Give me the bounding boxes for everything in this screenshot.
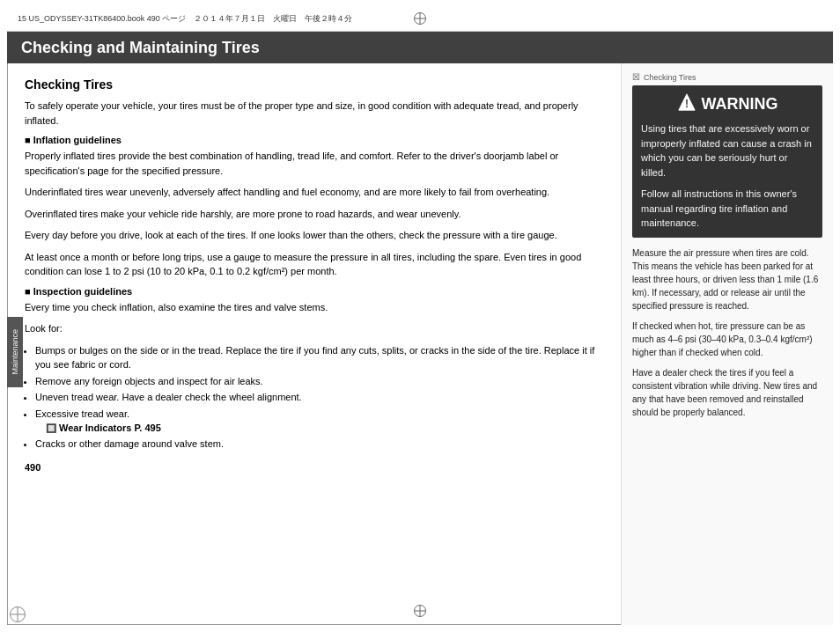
page-number: 490	[25, 462, 607, 473]
header-title-bar: Checking and Maintaining Tires	[7, 32, 833, 63]
warning-label-text: WARNING	[702, 95, 778, 114]
bullet-1: Bumps or bulges on the side or in the tr…	[35, 343, 607, 372]
right-info-text3: Have a dealer check the tires if you fee…	[632, 366, 822, 419]
right-col-heading-text: Checking Tires	[644, 73, 696, 82]
inspection-intro: Every time you check inflation, also exa…	[25, 300, 607, 315]
svg-text:!: !	[685, 98, 689, 110]
bullet-4: Excessive tread wear.	[35, 407, 607, 422]
warning-text1: Using tires that are excessively worn or…	[641, 121, 814, 180]
sidebar-maintenance-tab: Maintenance	[7, 317, 23, 387]
wear-indicator-ref: 🔲 Wear Indicators P. 495	[46, 423, 607, 433]
wear-indicator-text: Wear Indicators P. 495	[59, 423, 161, 433]
right-info-text1: Measure the air pressure when tires are …	[632, 246, 822, 312]
left-column: Checking Tires To safely operate your ve…	[7, 63, 622, 625]
bullet-3: Uneven tread wear. Have a dealer check t…	[35, 390, 607, 405]
last-bullet-list: Cracks or other damage around valve stem…	[35, 437, 607, 452]
header-title-text: Checking and Maintaining Tires	[21, 39, 260, 57]
crosshair-icon-top	[414, 12, 426, 25]
intro-text: To safely operate your vehicle, your tir…	[25, 99, 607, 128]
inspection-subtitle: Inspection guidelines	[25, 286, 607, 297]
bullet-5: Cracks or other damage around valve stem…	[35, 437, 607, 452]
right-column: Checking Tires ! WARNING Using tires tha…	[622, 63, 833, 625]
inflation-text5: At least once a month or before long tri…	[25, 250, 607, 279]
sidebar-tab-label: Maintenance	[11, 329, 19, 375]
top-center-decoration	[414, 12, 426, 27]
inflation-text4: Every day before you drive, look at each…	[25, 228, 607, 243]
inflation-text1: Properly inflated tires provide the best…	[25, 149, 607, 178]
warning-title: ! WARNING	[641, 92, 814, 116]
section-title: Checking Tires	[25, 77, 607, 92]
bullet-list: Bumps or bulges on the side or in the tr…	[35, 343, 607, 422]
inflation-subtitle: Inflation guidelines	[25, 135, 607, 145]
wear-indicator-icon: 🔲	[46, 423, 56, 433]
look-for: Look for:	[25, 321, 607, 336]
crosshair-icon-bottom	[414, 605, 426, 617]
inflation-text2: Underinflated tires wear unevenly, adver…	[25, 185, 607, 200]
right-info-text2: If checked when hot, tire pressure can b…	[632, 320, 822, 359]
warning-box: ! WARNING Using tires that are excessive…	[632, 85, 822, 238]
inflation-text3: Overinflated tires make your vehicle rid…	[25, 207, 607, 222]
bottom-center-decoration	[414, 605, 426, 620]
warning-triangle-icon: !	[677, 92, 696, 116]
warning-text2: Follow all instructions in this owner's …	[641, 187, 814, 231]
bullet-2: Remove any foreign objects and inspect f…	[35, 374, 607, 389]
top-bar-text: 15 US_ODYSSEY-31TK86400.book 490 ページ ２０１…	[18, 13, 352, 25]
main-content: Checking Tires To safely operate your ve…	[7, 63, 833, 625]
right-col-heading: Checking Tires	[632, 72, 822, 82]
